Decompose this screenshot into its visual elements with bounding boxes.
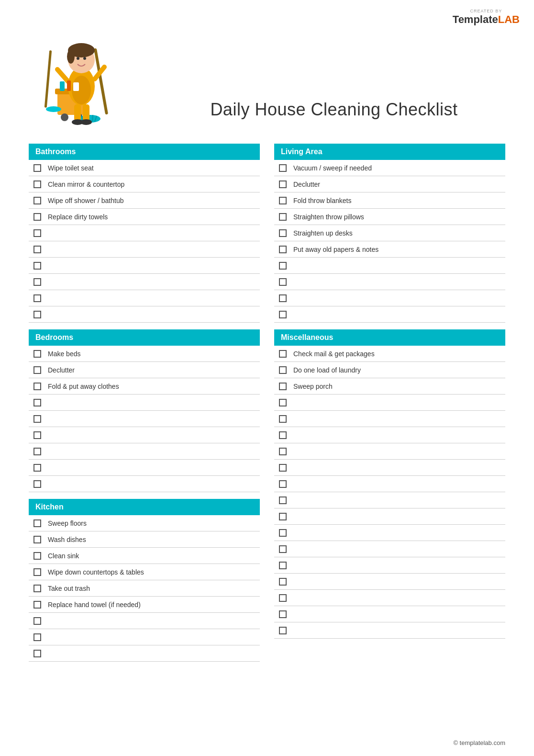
checklist-item[interactable] <box>29 395 260 411</box>
checkbox[interactable] <box>279 464 287 472</box>
checkbox[interactable] <box>33 617 41 625</box>
checkbox[interactable] <box>279 262 287 270</box>
checkbox[interactable] <box>33 552 41 560</box>
checkbox[interactable] <box>33 278 41 286</box>
checkbox[interactable] <box>33 650 41 657</box>
checkbox[interactable] <box>33 164 41 172</box>
checklist-item[interactable] <box>29 629 260 645</box>
checklist-item[interactable] <box>274 508 505 525</box>
checkbox[interactable] <box>279 529 287 537</box>
checkbox[interactable] <box>279 311 287 318</box>
checklist-item[interactable]: Straighten throw pillows <box>274 209 505 225</box>
checklist-item[interactable] <box>29 427 260 443</box>
checkbox[interactable] <box>33 415 41 423</box>
checklist-item[interactable] <box>274 525 505 541</box>
checklist-item[interactable] <box>274 460 505 476</box>
checkbox[interactable] <box>33 568 41 576</box>
checklist-item[interactable] <box>29 613 260 629</box>
checklist-item[interactable] <box>274 427 505 443</box>
checkbox[interactable] <box>279 627 287 634</box>
checklist-item[interactable]: Wipe down countertops & tables <box>29 564 260 580</box>
checklist-item[interactable] <box>274 395 505 411</box>
checkbox[interactable] <box>33 229 41 237</box>
checklist-item[interactable] <box>274 411 505 427</box>
checklist-item[interactable] <box>29 645 260 662</box>
checkbox[interactable] <box>279 399 287 406</box>
checkbox[interactable] <box>279 431 287 439</box>
checklist-item[interactable]: Vacuum / sweep if needed <box>274 160 505 176</box>
checkbox[interactable] <box>279 197 287 204</box>
checklist-item[interactable] <box>29 225 260 241</box>
checkbox[interactable] <box>279 578 287 586</box>
checklist-item[interactable]: Put away old papers & notes <box>274 241 505 258</box>
checklist-item[interactable]: Replace dirty towels <box>29 209 260 225</box>
checkbox[interactable] <box>33 601 41 609</box>
checkbox[interactable] <box>279 213 287 221</box>
checklist-item[interactable] <box>274 274 505 290</box>
checklist-item[interactable]: Fold & put away clothes <box>29 378 260 395</box>
checkbox[interactable] <box>279 513 287 520</box>
checklist-item[interactable] <box>274 590 505 606</box>
checkbox[interactable] <box>279 294 287 302</box>
checkbox[interactable] <box>33 181 41 188</box>
checklist-item[interactable] <box>274 306 505 323</box>
checkbox[interactable] <box>33 294 41 302</box>
checkbox[interactable] <box>279 246 287 253</box>
checkbox[interactable] <box>33 448 41 455</box>
checkbox[interactable] <box>33 311 41 318</box>
checkbox[interactable] <box>33 633 41 641</box>
checkbox[interactable] <box>279 448 287 455</box>
checklist-item[interactable] <box>29 290 260 306</box>
checkbox[interactable] <box>33 480 41 488</box>
checklist-item[interactable] <box>274 492 505 508</box>
checkbox[interactable] <box>33 399 41 406</box>
checklist-item[interactable] <box>274 574 505 590</box>
checklist-item[interactable] <box>274 443 505 460</box>
checkbox[interactable] <box>33 431 41 439</box>
checkbox[interactable] <box>33 383 41 390</box>
checklist-item[interactable] <box>29 258 260 274</box>
checklist-item[interactable]: Do one load of laundry <box>274 362 505 378</box>
checklist-item[interactable] <box>29 274 260 290</box>
checkbox[interactable] <box>279 229 287 237</box>
checkbox[interactable] <box>33 197 41 204</box>
checkbox[interactable] <box>279 164 287 172</box>
checklist-item[interactable] <box>29 306 260 323</box>
checklist-item[interactable] <box>274 258 505 274</box>
checkbox[interactable] <box>279 545 287 553</box>
checkbox[interactable] <box>279 496 287 504</box>
checklist-item[interactable] <box>274 622 505 639</box>
checklist-item[interactable]: Wipe off shower / bathtub <box>29 192 260 209</box>
checkbox[interactable] <box>279 278 287 286</box>
checkbox[interactable] <box>279 181 287 188</box>
checkbox[interactable] <box>279 610 287 618</box>
checkbox[interactable] <box>33 464 41 472</box>
checkbox[interactable] <box>279 562 287 569</box>
checklist-item[interactable]: Take out trash <box>29 580 260 597</box>
checkbox[interactable] <box>279 366 287 374</box>
checklist-item[interactable]: Wash dishes <box>29 531 260 548</box>
checklist-item[interactable] <box>29 443 260 460</box>
checklist-item[interactable] <box>29 460 260 476</box>
checklist-item[interactable]: Fold throw blankets <box>274 192 505 209</box>
checkbox[interactable] <box>33 585 41 592</box>
checkbox[interactable] <box>279 383 287 390</box>
checklist-item[interactable]: Sweep porch <box>274 378 505 395</box>
checklist-item[interactable] <box>274 290 505 306</box>
checkbox[interactable] <box>279 594 287 602</box>
checklist-item[interactable] <box>274 606 505 622</box>
checkbox[interactable] <box>33 262 41 270</box>
checklist-item[interactable] <box>29 411 260 427</box>
checklist-item[interactable] <box>274 476 505 492</box>
checkbox[interactable] <box>33 366 41 374</box>
checklist-item[interactable]: Declutter <box>274 176 505 192</box>
checklist-item[interactable] <box>29 241 260 258</box>
checkbox[interactable] <box>33 246 41 253</box>
checklist-item[interactable]: Replace hand towel (if needed) <box>29 597 260 613</box>
checkbox[interactable] <box>279 480 287 488</box>
checklist-item[interactable]: Declutter <box>29 362 260 378</box>
checklist-item[interactable]: Check mail & get packages <box>274 346 505 362</box>
checklist-item[interactable]: Straighten up desks <box>274 225 505 241</box>
checklist-item[interactable] <box>274 557 505 574</box>
checklist-item[interactable]: Sweep floors <box>29 515 260 531</box>
